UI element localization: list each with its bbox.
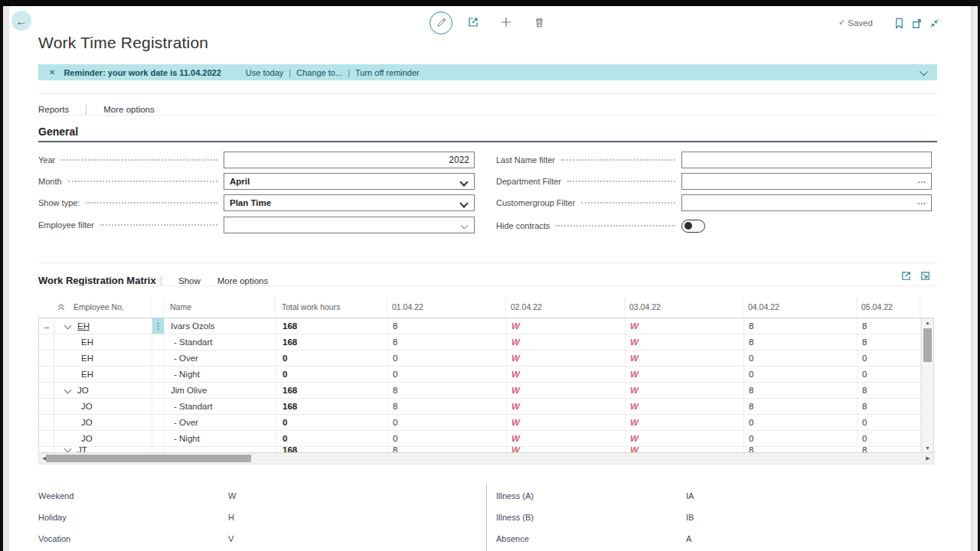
matrix-section-heading[interactable]: Work Registration Matrix — [38, 275, 156, 286]
bookmark-button[interactable] — [893, 17, 904, 29]
employee-no-cell[interactable]: EH — [54, 350, 152, 366]
date-column-header[interactable]: 03.04.22 — [625, 296, 743, 318]
day-value-cell[interactable]: 8 — [744, 447, 858, 452]
employee-no-value[interactable]: EH — [77, 321, 90, 331]
day-value-cell[interactable]: W — [626, 318, 744, 334]
month-select[interactable]: April — [224, 173, 475, 190]
name-cell[interactable]: - Standart — [165, 399, 276, 414]
name-cell[interactable]: - Over — [165, 415, 276, 430]
day-value-cell[interactable]: 0 — [858, 431, 921, 446]
day-value-cell[interactable]: 0 — [744, 431, 858, 446]
date-column-header[interactable]: 04.04.22 — [743, 296, 857, 318]
matrix-menu-show[interactable]: Show — [178, 276, 201, 285]
day-value-cell[interactable]: W — [626, 383, 744, 398]
employee-no-value[interactable]: JO — [81, 402, 93, 411]
row-menu-cell[interactable] — [152, 447, 165, 452]
day-value-cell[interactable]: W — [626, 431, 744, 446]
open-in-window-button[interactable] — [910, 17, 923, 29]
day-value-cell[interactable]: 8 — [744, 399, 858, 414]
employee-no-cell[interactable]: JO — [54, 399, 152, 414]
day-value-cell[interactable]: W — [626, 334, 744, 350]
row-menu-cell[interactable] — [152, 399, 165, 414]
share-button[interactable] — [467, 16, 479, 28]
day-value-cell[interactable]: W — [626, 350, 744, 366]
total-work-hours-cell[interactable]: 0 — [276, 415, 388, 430]
day-value-cell[interactable]: 0 — [388, 431, 507, 446]
name-cell[interactable]: - Night — [165, 431, 276, 446]
day-value-cell[interactable]: W — [626, 367, 744, 382]
turn-off-reminder-link[interactable]: Turn off reminder — [355, 68, 420, 77]
day-value-cell[interactable]: 8 — [858, 318, 921, 334]
expand-chevron-icon[interactable] — [64, 321, 72, 329]
customergroup-filter-input[interactable] — [682, 195, 931, 210]
customergroup-assist-button[interactable]: ... — [918, 197, 926, 206]
name-cell[interactable] — [165, 447, 276, 452]
name-cell[interactable]: - Night — [165, 367, 276, 382]
total-work-hours-cell[interactable]: 168 — [276, 399, 388, 414]
row-menu-cell[interactable]: ⋮ — [152, 318, 165, 334]
employee-no-value[interactable]: JO — [81, 434, 93, 443]
total-work-hours-cell[interactable]: 0 — [276, 367, 388, 382]
scroll-up-icon[interactable]: ▲ — [922, 320, 933, 325]
name-cell[interactable]: Ivars Ozols — [165, 318, 276, 334]
delete-button[interactable] — [533, 16, 545, 28]
total-work-hours-cell[interactable]: 168 — [276, 383, 388, 398]
total-work-hours-cell[interactable]: 168 — [276, 318, 388, 334]
day-value-cell[interactable]: 0 — [744, 367, 858, 382]
day-value-cell[interactable]: 8 — [858, 383, 921, 398]
total-work-hours-column-header[interactable]: Total work hours — [276, 296, 387, 318]
scroll-right-icon[interactable]: ▶ — [923, 454, 933, 463]
row-menu-cell[interactable] — [152, 431, 165, 446]
day-value-cell[interactable]: 0 — [388, 367, 507, 382]
day-value-cell[interactable]: 8 — [858, 399, 921, 414]
department-assist-button[interactable]: ... — [918, 176, 926, 184]
employee-no-value[interactable]: EH — [81, 354, 93, 363]
employee-no-value[interactable]: EH — [81, 370, 93, 379]
window-scrollbar-gutter[interactable] — [972, 6, 978, 551]
name-cell[interactable]: - Standart — [165, 334, 276, 350]
day-value-cell[interactable]: W — [507, 415, 626, 430]
edit-button[interactable] — [430, 11, 452, 34]
banner-chevron-down-icon[interactable] — [920, 67, 928, 75]
day-value-cell[interactable]: W — [626, 415, 744, 430]
employee-no-value[interactable]: JT — [77, 447, 87, 452]
day-value-cell[interactable]: W — [626, 399, 744, 414]
vertical-scrollbar[interactable]: ▲ ▼ — [921, 318, 933, 452]
expand-chevron-icon[interactable] — [64, 447, 72, 452]
employee-no-cell[interactable]: JO — [54, 431, 152, 446]
day-value-cell[interactable]: 0 — [388, 415, 507, 430]
change-to-link[interactable]: Change to... — [296, 68, 342, 77]
day-value-cell[interactable]: 8 — [744, 318, 858, 334]
employee-no-cell[interactable]: EH — [54, 334, 152, 350]
year-input[interactable] — [224, 152, 474, 168]
day-value-cell[interactable]: W — [507, 399, 626, 414]
employee-no-cell[interactable]: JO — [54, 383, 152, 398]
matrix-menu-more-options[interactable]: More options — [217, 276, 268, 285]
row-menu-cell[interactable] — [152, 383, 165, 398]
total-work-hours-cell[interactable]: 168 — [276, 447, 388, 452]
name-column-header[interactable]: Name — [164, 296, 276, 318]
total-work-hours-cell[interactable]: 0 — [276, 431, 388, 446]
row-menu-cell[interactable] — [152, 350, 165, 366]
horizontal-scrollbar[interactable]: ◀ ▶ — [38, 453, 934, 465]
add-button[interactable] — [500, 16, 512, 28]
general-section-heading[interactable]: General — [38, 126, 78, 138]
employee-no-value[interactable]: JO — [77, 386, 89, 395]
share-icon[interactable] — [900, 270, 912, 282]
day-value-cell[interactable]: W — [626, 447, 744, 452]
date-column-header[interactable]: 05.04.22 — [857, 296, 920, 318]
employee-no-value[interactable]: EH — [81, 337, 93, 347]
employee-no-column-header[interactable]: Employee No. — [54, 296, 152, 318]
department-filter-input[interactable] — [682, 174, 931, 189]
hide-contracts-toggle[interactable] — [681, 220, 705, 233]
row-menu-cell[interactable] — [152, 415, 165, 430]
use-today-link[interactable]: Use today — [246, 68, 284, 77]
menu-reports[interactable]: Reports — [38, 105, 69, 114]
employee-no-value[interactable]: JO — [81, 418, 93, 427]
day-value-cell[interactable]: W — [507, 318, 626, 334]
scroll-down-icon[interactable]: ▼ — [922, 445, 933, 451]
collapse-view-button[interactable] — [928, 17, 940, 29]
day-value-cell[interactable]: 0 — [858, 367, 921, 382]
employee-no-cell[interactable]: EH — [54, 367, 152, 382]
back-button[interactable]: ← — [11, 11, 31, 31]
